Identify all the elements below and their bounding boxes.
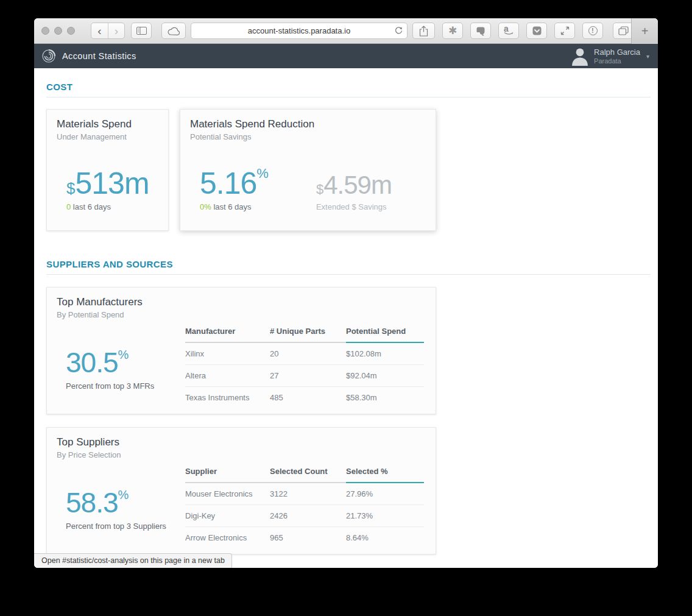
suppliers-table: Supplier Selected Count Selected % Mouse…: [185, 462, 424, 548]
share-button[interactable]: [412, 23, 435, 39]
paradata-logo-icon: [41, 49, 56, 63]
cloud-icon: [168, 27, 180, 35]
expand-arrows-icon: [560, 26, 570, 35]
pinwheel-icon: ✱: [448, 24, 457, 37]
percent-sign: %: [118, 488, 129, 501]
user-menu[interactable]: Ralph Garcia Paradata ▾: [571, 46, 649, 66]
back-button[interactable]: ‹: [91, 23, 108, 38]
percent-sign: %: [256, 166, 269, 181]
cell-supplier: Mouser Electronics: [185, 483, 270, 505]
section-title-cost: COST: [46, 82, 651, 92]
cell-selected-percent: 8.64%: [346, 527, 424, 549]
page-content: COST Materials Spend Under Management $5…: [34, 68, 658, 568]
sidebar-icon: [136, 27, 147, 35]
stat-delta: 0% last 6 days: [200, 202, 269, 211]
column-header-supplier[interactable]: Supplier: [185, 462, 270, 483]
amazon-a-icon: a: [504, 26, 514, 32]
column-header-manufacturer[interactable]: Manufacturer: [185, 322, 270, 342]
forward-button[interactable]: ›: [108, 23, 124, 38]
column-header-selected-percent[interactable]: Selected %: [346, 462, 424, 483]
cell-selected-count: 3122: [270, 483, 346, 505]
suppliers-stat: 58.3% Percent from top 3 Suppliers: [66, 486, 166, 531]
extension-info-button[interactable]: !: [582, 23, 603, 39]
extension-fullscreen-button[interactable]: [554, 23, 575, 39]
stat-label: Percent from top 3 MFRs: [66, 381, 154, 391]
stat-value: 5.16: [200, 166, 256, 200]
cell-potential-spend: $102.08m: [346, 342, 424, 365]
materials-spend-reduction-card[interactable]: Materials Spend Reduction Potential Savi…: [180, 109, 436, 231]
card-subtitle: Potential Savings: [190, 132, 426, 141]
user-org: Paradata: [594, 57, 640, 65]
cell-unique-parts: 20: [270, 342, 346, 365]
column-header-potential-spend[interactable]: Potential Spend: [346, 322, 424, 342]
status-text: Open #statistic/cost-analysis on this pa…: [41, 556, 225, 565]
cell-selected-percent: 21.73%: [346, 505, 424, 527]
info-circle-icon: !: [588, 26, 598, 35]
minimize-window-button[interactable]: [54, 27, 62, 35]
materials-spend-card[interactable]: Materials Spend Under Management $513m 0…: [46, 109, 169, 231]
manufacturers-table: Manufacturer # Unique Parts Potential Sp…: [185, 322, 424, 408]
section-divider: [46, 97, 651, 97]
extension-evernote-button[interactable]: [470, 23, 491, 39]
column-header-selected-count[interactable]: Selected Count: [270, 462, 346, 483]
close-window-button[interactable]: [41, 27, 49, 35]
avatar: [571, 46, 589, 66]
page-title: Account Statistics: [62, 51, 136, 61]
table-row: Digi-Key 2426 21.73%: [185, 505, 424, 527]
extension-pocket-button[interactable]: [526, 23, 547, 39]
cell-selected-count: 965: [270, 527, 346, 549]
extension-pinwheel-button[interactable]: ✱: [442, 23, 463, 39]
ext-value: 4.59m: [323, 171, 392, 199]
cell-unique-parts: 485: [270, 387, 346, 409]
new-tab-button[interactable]: +: [631, 18, 658, 44]
card-title: Top Manufacturers: [57, 296, 426, 308]
reload-icon[interactable]: [394, 26, 403, 35]
table-row: Mouser Electronics 3122 27.96%: [185, 483, 424, 505]
user-name: Ralph Garcia: [594, 48, 640, 57]
extended-savings-stat: $4.59m Extended $ Savings: [316, 171, 392, 211]
address-bar[interactable]: account-statistics.paradata.io: [191, 23, 408, 39]
app-header: Account Statistics Ralph Garcia Paradata…: [34, 44, 658, 68]
cost-cards-row: Materials Spend Under Management $513m 0…: [46, 109, 651, 231]
cell-potential-spend: $58.30m: [346, 387, 424, 409]
stat-delta: 0 last 6 days: [66, 202, 149, 211]
table-row: Arrow Electronics 965 8.64%: [185, 527, 424, 549]
pocket-icon: [532, 26, 542, 35]
cell-selected-percent: 27.96%: [346, 483, 424, 505]
section-divider: [46, 274, 651, 275]
status-bar: Open #statistic/cost-analysis on this pa…: [34, 553, 232, 568]
card-subtitle: Under Management: [57, 132, 158, 141]
materials-spend-stat: $513m 0 last 6 days: [66, 166, 149, 211]
cell-supplier: Digi-Key: [185, 505, 270, 527]
percent-sign: %: [118, 348, 129, 361]
cell-selected-count: 2426: [270, 505, 346, 527]
currency-symbol: $: [316, 182, 323, 197]
cell-unique-parts: 27: [270, 365, 346, 387]
cell-manufacturer: Altera: [185, 365, 270, 387]
section-title-suppliers: SUPPLIERS AND SOURCES: [46, 259, 651, 269]
table-row: Altera 27 $92.04m: [185, 365, 424, 387]
tabs-overview-icon: [618, 26, 629, 35]
manufacturers-stat: 30.5% Percent from top 3 MFRs: [66, 346, 154, 391]
icloud-tabs-button[interactable]: [161, 23, 186, 39]
top-manufacturers-card[interactable]: Top Manufacturers By Potential Spend 30.…: [46, 287, 436, 414]
top-suppliers-card[interactable]: Top Suppliers By Price Selection 58.3% P…: [46, 427, 436, 554]
chevron-down-icon[interactable]: ▾: [646, 53, 649, 60]
currency-symbol: $: [66, 179, 75, 197]
evernote-elephant-icon: [476, 26, 485, 36]
sidebar-button[interactable]: [131, 23, 152, 39]
ext-label: Extended $ Savings: [316, 202, 392, 211]
show-all-tabs-button[interactable]: [613, 23, 634, 39]
table-row: Texas Instruments 485 $58.30m: [185, 387, 424, 409]
browser-toolbar: ‹ › account-statistics.paradata.io ✱ a: [34, 18, 658, 44]
nav-button-group: ‹ ›: [91, 23, 125, 39]
cell-potential-spend: $92.04m: [346, 365, 424, 387]
stat-value: 513m: [75, 166, 149, 200]
column-header-unique-parts[interactable]: # Unique Parts: [270, 322, 346, 342]
browser-window: ‹ › account-statistics.paradata.io ✱ a: [34, 18, 658, 568]
zoom-window-button[interactable]: [67, 27, 75, 35]
card-subtitle: By Price Selection: [57, 450, 426, 459]
table-row: Xilinx 20 $102.08m: [185, 342, 424, 365]
extension-amazon-button[interactable]: a: [498, 23, 519, 39]
card-subtitle: By Potential Spend: [57, 310, 426, 319]
